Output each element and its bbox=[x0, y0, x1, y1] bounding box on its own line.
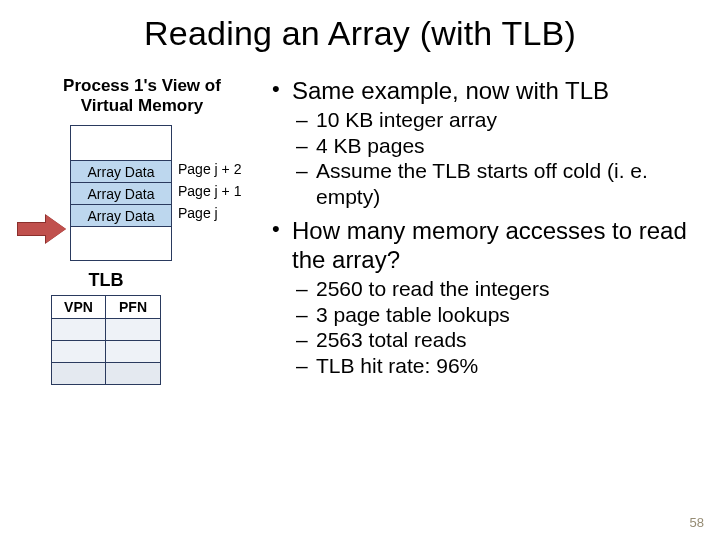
tlb-row bbox=[52, 318, 160, 340]
tlb-cell bbox=[52, 340, 106, 362]
mem-row: Array Data bbox=[71, 160, 171, 182]
pointer-arrow-icon bbox=[17, 217, 67, 241]
tlb-header-vpn: VPN bbox=[52, 296, 106, 318]
mem-row: Array Data bbox=[71, 204, 171, 226]
slide-title: Reading an Array (with TLB) bbox=[0, 0, 720, 53]
tlb-cell bbox=[106, 318, 160, 340]
bullet-2: How many memory accesses to read the arr… bbox=[270, 216, 710, 379]
tlb-cell bbox=[106, 340, 160, 362]
tlb-header-pfn: PFN bbox=[106, 296, 160, 318]
bullet-2-text: How many memory accesses to read the arr… bbox=[292, 217, 687, 273]
caption-line-1: Process 1's View of bbox=[63, 76, 221, 95]
tlb-title: TLB bbox=[36, 270, 176, 291]
sub-bullet: 4 KB pages bbox=[292, 133, 710, 159]
bullet-1: Same example, now with TLB 10 KB integer… bbox=[270, 76, 710, 210]
mem-row-empty-top bbox=[71, 126, 171, 160]
page-label: Page j + 1 bbox=[178, 183, 241, 199]
right-column: Same example, now with TLB 10 KB integer… bbox=[270, 76, 710, 385]
tlb-header-row: VPN PFN bbox=[52, 296, 160, 318]
bullet-list: Same example, now with TLB 10 KB integer… bbox=[270, 76, 710, 379]
tlb-cell bbox=[106, 362, 160, 384]
page-label: Page j bbox=[178, 205, 218, 221]
bullet-1-sublist: 10 KB integer array 4 KB pages Assume th… bbox=[292, 107, 710, 209]
sub-bullet: 2560 to read the integers bbox=[292, 276, 710, 302]
tlb-table: VPN PFN bbox=[51, 295, 161, 385]
tlb-row bbox=[52, 340, 160, 362]
tlb-cell bbox=[52, 362, 106, 384]
sub-bullet: 2563 total reads bbox=[292, 327, 710, 353]
sub-bullet: 10 KB integer array bbox=[292, 107, 710, 133]
sub-bullet: Assume the TLB starts off cold (i. e. em… bbox=[292, 158, 710, 209]
memory-caption: Process 1's View of Virtual Memory bbox=[12, 76, 272, 115]
tlb-cell bbox=[52, 318, 106, 340]
memory-stack: Array Data Array Data Array Data bbox=[70, 125, 172, 261]
left-column: Process 1's View of Virtual Memory Array… bbox=[12, 76, 272, 275]
mem-row-empty-bottom bbox=[71, 226, 171, 260]
sub-bullet: TLB hit rate: 96% bbox=[292, 353, 710, 379]
tlb-block: TLB VPN PFN bbox=[36, 270, 176, 385]
page-label: Page j + 2 bbox=[178, 161, 241, 177]
bullet-2-sublist: 2560 to read the integers 3 page table l… bbox=[292, 276, 710, 378]
sub-bullet: 3 page table lookups bbox=[292, 302, 710, 328]
tlb-row bbox=[52, 362, 160, 384]
mem-row: Array Data bbox=[71, 182, 171, 204]
bullet-1-text: Same example, now with TLB bbox=[292, 77, 609, 104]
page-number: 58 bbox=[690, 515, 704, 530]
caption-line-2: Virtual Memory bbox=[81, 96, 204, 115]
memory-diagram: Array Data Array Data Array Data Page j … bbox=[12, 125, 272, 275]
